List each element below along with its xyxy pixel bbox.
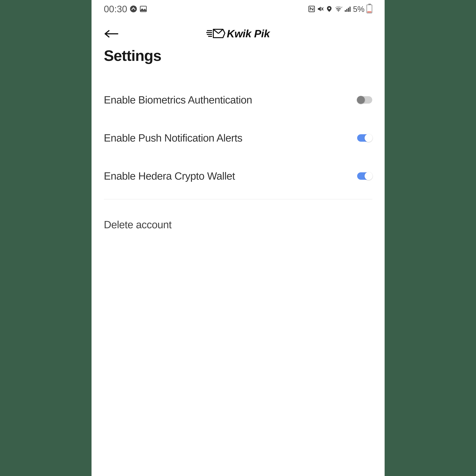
brand-name: Kwik Pik <box>227 28 270 40</box>
svg-point-0 <box>130 5 137 12</box>
settings-list: Enable Biometrics Authentication Enable … <box>91 81 385 195</box>
nfc-icon <box>308 5 315 12</box>
svg-rect-10 <box>348 8 349 12</box>
svg-text:+: + <box>341 6 342 8</box>
mute-icon <box>317 5 324 12</box>
back-button[interactable] <box>104 28 119 39</box>
status-bar: 00:30 + 5% <box>91 0 385 18</box>
divider <box>104 199 372 199</box>
delivery-icon <box>206 28 225 40</box>
battery-icon <box>366 4 372 13</box>
image-icon <box>140 5 147 13</box>
svg-point-5 <box>328 8 330 9</box>
battery-pct: 5% <box>353 4 365 14</box>
chevron-up-circle-icon <box>130 5 137 13</box>
delete-account-row[interactable]: Delete account <box>91 204 385 246</box>
svg-rect-9 <box>346 9 347 12</box>
svg-rect-8 <box>345 10 346 12</box>
setting-row-push: Enable Push Notification Alerts <box>104 119 372 157</box>
toggle-push[interactable] <box>357 134 372 142</box>
svg-line-17 <box>213 29 218 34</box>
setting-row-biometrics: Enable Biometrics Authentication <box>104 81 372 119</box>
status-right: + 5% <box>308 4 372 14</box>
svg-rect-11 <box>349 7 350 12</box>
svg-point-6 <box>338 10 339 12</box>
setting-label: Enable Biometrics Authentication <box>104 94 252 106</box>
delete-account-label: Delete account <box>104 219 372 231</box>
location-icon <box>326 5 333 12</box>
signal-icon <box>344 5 351 12</box>
wifi-icon: + <box>335 5 342 12</box>
toggle-hedera[interactable] <box>357 172 372 180</box>
setting-label: Enable Push Notification Alerts <box>104 132 242 144</box>
setting-row-hedera: Enable Hedera Crypto Wallet <box>104 157 372 195</box>
status-time: 00:30 <box>104 4 127 14</box>
app-logo: Kwik Pik <box>206 28 270 40</box>
app-header: Kwik Pik <box>91 18 385 44</box>
toggle-biometrics[interactable] <box>357 96 372 104</box>
setting-label: Enable Hedera Crypto Wallet <box>104 170 235 182</box>
phone-screen: 00:30 + 5% <box>91 0 385 476</box>
status-left: 00:30 <box>104 4 147 14</box>
page-title: Settings <box>91 44 385 81</box>
svg-line-18 <box>218 29 223 34</box>
